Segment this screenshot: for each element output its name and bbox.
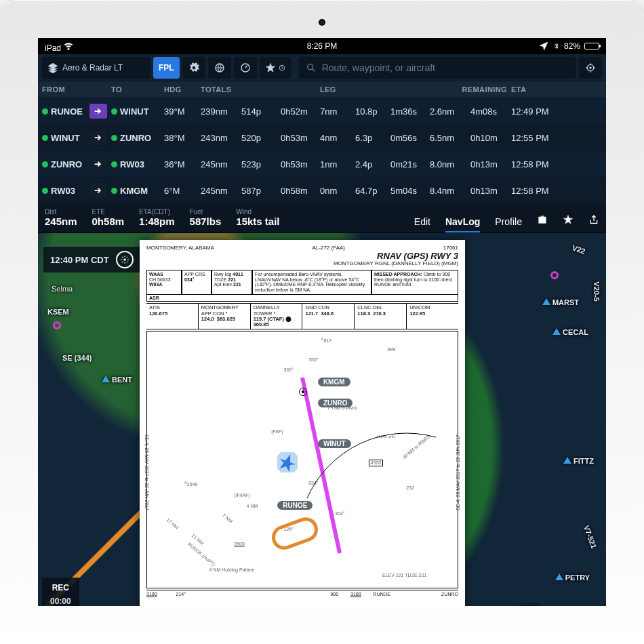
status-time: 8:26 PM	[307, 41, 338, 51]
radar-settings-icon[interactable]	[116, 251, 134, 268]
direct-to-button[interactable]	[89, 157, 107, 172]
radar-time-badge[interactable]: 12:40 PM CDT	[43, 247, 140, 273]
gauge-icon	[240, 62, 251, 73]
clock-icon	[279, 64, 285, 71]
status-carrier: iPad	[45, 40, 74, 53]
layers-button[interactable]: Aero & Radar LT	[42, 57, 150, 79]
wifi-icon	[63, 40, 74, 51]
map-label-se344: SE (344)	[62, 354, 92, 362]
svg-point-3	[307, 64, 313, 69]
map-label-petry: PETRY	[555, 573, 590, 582]
rec-indicator[interactable]: REC 00:00	[42, 578, 79, 606]
from-waypoint: ZUNRO	[42, 159, 89, 169]
globe-button[interactable]	[208, 57, 231, 79]
navlog-header: FROMTO HDG TOTALS LEG REMAINING ETA	[38, 81, 606, 98]
direct-to-button[interactable]	[89, 130, 107, 145]
briefcase-button[interactable]	[537, 214, 548, 227]
map-vway-v7521: V7-521	[582, 524, 598, 549]
status-bar: iPad 8:26 PM 82%	[38, 38, 606, 54]
briefcase-icon	[537, 214, 548, 225]
battery-pct: 82%	[564, 41, 580, 51]
from-waypoint: RW03	[42, 186, 89, 196]
to-waypoint: WINUT	[111, 106, 164, 117]
gear-icon	[120, 255, 129, 264]
to-waypoint: KMGM	[111, 186, 164, 196]
gauge-button[interactable]	[234, 57, 257, 79]
summary-wind: Wind15kts tail	[236, 208, 279, 227]
chart-airport: MONTGOMERY RGNL (DANNELLY FIELD) (MGM)	[146, 261, 458, 267]
crosshair-icon	[585, 62, 596, 73]
ownship-icon	[277, 452, 298, 472]
search-icon	[306, 62, 317, 73]
navlog-row[interactable]: WINUTZUNRO38°M243nm520p0h53m4nm6.3p0m56s…	[38, 125, 606, 151]
profile-tab[interactable]: Profile	[495, 216, 522, 227]
location-arrow-icon	[538, 41, 549, 52]
summary-bar: Dist245nm ETE0h58m ETA(CDT)1:48pm Fuel58…	[38, 204, 606, 233]
to-waypoint: ZUNRO	[111, 133, 164, 143]
map-label-fittz: FITTZ	[563, 457, 594, 465]
navlog-rows: RUNOEWINUT39°M239nm514p0h52m7nm10.8p1m36…	[38, 98, 606, 204]
from-waypoint: RUNOE	[42, 106, 89, 117]
gear-icon	[188, 62, 199, 73]
approach-chart-plate[interactable]: MONTGOMERY, ALABAMAAL-272 (FAA)17061 RNA…	[140, 240, 465, 606]
map-label-cecal: CECAL	[552, 328, 588, 336]
settings-button[interactable]	[182, 57, 205, 79]
globe-icon	[214, 62, 225, 73]
favorite-button[interactable]	[563, 214, 573, 227]
app-screen: iPad 8:26 PM 82% Aero & Radar LT FPL	[38, 38, 606, 606]
summary-ete: ETE0h58m	[92, 208, 125, 227]
star-timer-button[interactable]	[260, 57, 291, 79]
map-vway-v22: V22	[571, 243, 586, 255]
map-label-ktoi: KTOI	[521, 605, 538, 606]
toolbar: Aero & Radar LT FPL Route, waypoint, or …	[38, 54, 606, 81]
star-icon	[563, 214, 573, 225]
map-label-selma: Selma	[52, 285, 73, 293]
fpl-button[interactable]: FPL	[153, 57, 180, 79]
chart-title: RNAV (GPS) RWY 3	[146, 251, 458, 261]
battery-icon	[584, 43, 599, 49]
svg-point-5	[590, 66, 592, 68]
navlog-row[interactable]: RUNOEWINUT39°M239nm514p0h52m7nm10.8p1m36…	[38, 98, 606, 125]
ipad-frame: iPad 8:26 PM 82% Aero & Radar LT FPL	[0, 0, 644, 644]
map-view[interactable]: 12:40 PM CDT KSEM Selma SE (344) BENT MA…	[38, 233, 606, 606]
direct-to-button[interactable]	[89, 104, 107, 119]
map-label-marst: MARST	[542, 298, 579, 306]
chart-planview: SE-4, 25 MAY 2017 to 22 JUN 2017 SE-4, 2…	[146, 331, 458, 588]
layers-label: Aero & Radar LT	[62, 63, 123, 73]
map-label-bent: BENT	[102, 376, 132, 384]
share-button[interactable]	[588, 214, 599, 227]
layers-icon	[47, 62, 58, 73]
svg-point-6	[123, 258, 126, 261]
locate-button[interactable]	[579, 57, 602, 79]
search-placeholder: Route, waypoint, or aircraft	[322, 62, 435, 73]
map-vway-v205: V20-5	[592, 281, 600, 301]
summary-fuel: Fuel587lbs	[190, 208, 222, 227]
search-input[interactable]: Route, waypoint, or aircraft	[299, 57, 576, 79]
summary-eta: ETA(CDT)1:48pm	[139, 208, 175, 227]
to-waypoint: RW03	[111, 159, 164, 169]
from-waypoint: WINUT	[42, 133, 89, 143]
camera-dot	[319, 19, 325, 26]
chart-wp-kmgm: KMGM	[318, 378, 350, 386]
bluetooth-icon	[553, 41, 560, 52]
holding-pattern-icon	[268, 514, 321, 553]
map-label-ksem: KSEM	[47, 308, 69, 316]
star-icon	[265, 62, 276, 73]
fix-magenta-icon	[53, 321, 61, 329]
edit-button[interactable]: Edit	[414, 216, 430, 227]
navlog-row[interactable]: RW03KMGM6°M245nm587p0h58m0nm64.7p5m04s8.…	[38, 178, 606, 204]
status-right: 82%	[538, 41, 599, 52]
share-icon	[588, 214, 599, 225]
navlog-row[interactable]: ZUNRORW0336°M245nm523p0h53m1nm2.4p0m21s8…	[38, 151, 606, 178]
navlog-tab[interactable]: NavLog	[445, 216, 480, 233]
summary-dist: Dist245nm	[45, 208, 77, 227]
fix-magenta-icon	[550, 271, 559, 279]
direct-to-button[interactable]	[89, 183, 107, 198]
